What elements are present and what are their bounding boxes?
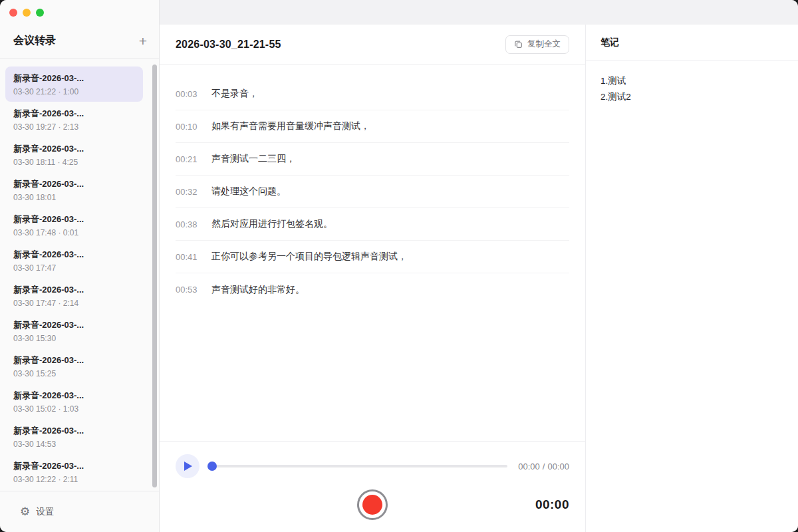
- recording-title: 新录音-2026-03-...: [13, 108, 135, 120]
- transcript-row[interactable]: 00:03 不是录音，: [176, 78, 569, 110]
- notes-content[interactable]: 1.测试 2.测试2: [586, 61, 798, 117]
- recording-meta: 03-30 15:25: [13, 369, 135, 378]
- recording-meta: 03-30 17:47: [13, 263, 135, 273]
- slider-track: [207, 465, 507, 467]
- app-window: 会议转录 + 新录音-2026-03-... 03-30 21:22 · 1:0…: [0, 0, 798, 532]
- recording-meta: 03-30 18:11 · 4:25: [13, 158, 135, 167]
- note-line: 1.测试: [600, 73, 783, 89]
- recording-title: 新录音-2026-03-...: [13, 390, 135, 402]
- sidebar-title: 会议转录: [13, 34, 56, 48]
- recording-meta: 03-30 12:22 · 2:11: [13, 475, 135, 484]
- transcript-timestamp: 00:41: [176, 252, 211, 262]
- playback-slider[interactable]: [207, 462, 507, 471]
- close-window-button[interactable]: [9, 9, 17, 17]
- record-icon: [362, 495, 382, 515]
- transcript-text: 然后对应用进行打包签名观。: [211, 218, 332, 230]
- recording-meta: 03-30 15:02 · 1:03: [13, 404, 135, 414]
- settings-button-label: 设置: [36, 506, 54, 518]
- slider-thumb[interactable]: [207, 462, 217, 471]
- transcript-text: 请处理这个问题。: [211, 186, 286, 198]
- notes-header: 笔记: [586, 25, 798, 61]
- transcript-row[interactable]: 00:41 正你可以参考另一个项目的导包逻辑声音测试，: [176, 241, 569, 273]
- play-button[interactable]: [176, 454, 200, 478]
- audio-player: 00:00/00:00: [176, 454, 569, 478]
- transcript-timestamp: 00:53: [176, 285, 211, 295]
- transcript-timestamp: 00:32: [176, 187, 211, 197]
- recording-meta: 03-30 19:27 · 2:13: [13, 122, 135, 132]
- recording-list-item[interactable]: 新录音-2026-03-... 03-30 12:22 · 2:11: [5, 454, 143, 489]
- player-section: 00:00/00:00 00:00: [160, 441, 585, 532]
- recording-list-item[interactable]: 新录音-2026-03-... 03-30 15:02 · 1:03: [5, 384, 143, 419]
- recording-meta: 03-30 18:01: [13, 193, 135, 202]
- recording-meta: 03-30 14:53: [13, 440, 135, 449]
- recording-list-item[interactable]: 新录音-2026-03-... 03-30 18:01: [5, 172, 143, 207]
- recording-meta: 03-30 17:48 · 0:01: [13, 228, 135, 237]
- notes-title: 笔记: [600, 37, 619, 49]
- current-time: 00:00: [518, 462, 540, 471]
- traffic-lights: [0, 0, 159, 24]
- transcript-text: 声音测试好的非常好。: [211, 284, 305, 296]
- total-time: 00:00: [547, 462, 569, 471]
- play-icon: [183, 462, 192, 471]
- titlebar-strip: [160, 0, 798, 25]
- recording-title: 新录音-2026-03-...: [13, 143, 135, 155]
- recording-list-item[interactable]: 新录音-2026-03-... 03-30 14:53: [5, 419, 143, 454]
- transcript-row[interactable]: 00:21 声音测试一二三四，: [176, 143, 569, 176]
- recording-list-item[interactable]: 新录音-2026-03-... 03-30 18:11 · 4:25: [5, 137, 143, 172]
- minimize-window-button[interactable]: [23, 9, 31, 17]
- recording-title: 新录音-2026-03-...: [13, 178, 135, 190]
- transcript-text: 正你可以参考另一个项目的导包逻辑声音测试，: [211, 251, 407, 263]
- transcript-timestamp: 00:10: [176, 122, 211, 132]
- recording-list-item[interactable]: 新录音-2026-03-... 03-30 17:47: [5, 243, 143, 278]
- transcript-list: 00:03 不是录音， 00:10 如果有声音需要用音量缓冲声音测试， 00:2…: [160, 65, 585, 441]
- recording-list-item[interactable]: 新录音-2026-03-... 03-30 21:22 · 1:00: [5, 66, 143, 102]
- transcript-text: 如果有声音需要用音量缓冲声音测试，: [211, 120, 370, 132]
- recording-title: 新录音-2026-03-...: [13, 354, 135, 366]
- recording-title-heading: 2026-03-30_21-21-55: [176, 39, 281, 51]
- record-timer: 00:00: [535, 497, 569, 512]
- recording-meta: 03-30 21:22 · 1:00: [13, 87, 135, 96]
- recording-list-item[interactable]: 新录音-2026-03-... 03-30 17:48 · 0:01: [5, 207, 143, 243]
- gear-icon: ⚙: [20, 506, 30, 517]
- transcript-text: 声音测试一二三四，: [211, 153, 295, 165]
- recording-title: 新录音-2026-03-...: [13, 425, 135, 437]
- copy-button-label: 复制全文: [527, 39, 561, 50]
- transcript-timestamp: 00:03: [176, 89, 211, 99]
- recording-list: 新录音-2026-03-... 03-30 21:22 · 1:00 新录音-2…: [0, 59, 159, 491]
- transcript-row[interactable]: 00:38 然后对应用进行打包签名观。: [176, 208, 569, 241]
- sidebar-header: 会议转录 +: [0, 24, 159, 59]
- transcript-row[interactable]: 00:32 请处理这个问题。: [176, 176, 569, 208]
- playback-time: 00:00/00:00: [518, 462, 569, 471]
- notes-panel: 笔记 1.测试 2.测试2: [585, 25, 798, 532]
- sidebar: 会议转录 + 新录音-2026-03-... 03-30 21:22 · 1:0…: [0, 0, 160, 532]
- sidebar-scrollbar[interactable]: [152, 65, 157, 487]
- recording-list-item[interactable]: 新录音-2026-03-... 03-30 19:27 · 2:13: [5, 102, 143, 137]
- note-line: 2.测试2: [600, 89, 783, 105]
- sidebar-footer[interactable]: ⚙ 设置: [0, 491, 159, 532]
- transcript-row[interactable]: 00:53 声音测试好的非常好。: [176, 273, 569, 306]
- recording-list-item[interactable]: 新录音-2026-03-... 03-30 17:47 · 2:14: [5, 278, 143, 313]
- record-button[interactable]: [357, 489, 388, 520]
- recording-meta: 03-30 15:30: [13, 334, 135, 343]
- transcript-timestamp: 00:38: [176, 219, 211, 229]
- recording-title: 新录音-2026-03-...: [13, 319, 135, 331]
- recording-title: 新录音-2026-03-...: [13, 460, 135, 472]
- recording-title: 新录音-2026-03-...: [13, 284, 135, 296]
- add-recording-button[interactable]: +: [139, 34, 147, 48]
- transcript-timestamp: 00:21: [176, 154, 211, 164]
- maximize-window-button[interactable]: [36, 9, 44, 17]
- recording-list-item[interactable]: 新录音-2026-03-... 03-30 15:30: [5, 313, 143, 348]
- copy-icon: [514, 40, 523, 49]
- main-header: 2026-03-30_21-21-55 复制全文: [160, 25, 585, 65]
- recording-title: 新录音-2026-03-...: [13, 72, 135, 84]
- copy-full-text-button[interactable]: 复制全文: [505, 35, 569, 54]
- transcript-text: 不是录音，: [211, 88, 258, 100]
- main-panel: 2026-03-30_21-21-55 复制全文 00:03 不是录音，: [160, 25, 585, 532]
- recording-title: 新录音-2026-03-...: [13, 213, 135, 225]
- recording-list-item[interactable]: 新录音-2026-03-... 03-30 15:25: [5, 348, 143, 384]
- time-separator: /: [543, 462, 545, 471]
- transcript-row[interactable]: 00:10 如果有声音需要用音量缓冲声音测试，: [176, 110, 569, 143]
- recording-title: 新录音-2026-03-...: [13, 249, 135, 261]
- recording-meta: 03-30 17:47 · 2:14: [13, 299, 135, 308]
- recorder-bar: 00:00: [176, 489, 569, 520]
